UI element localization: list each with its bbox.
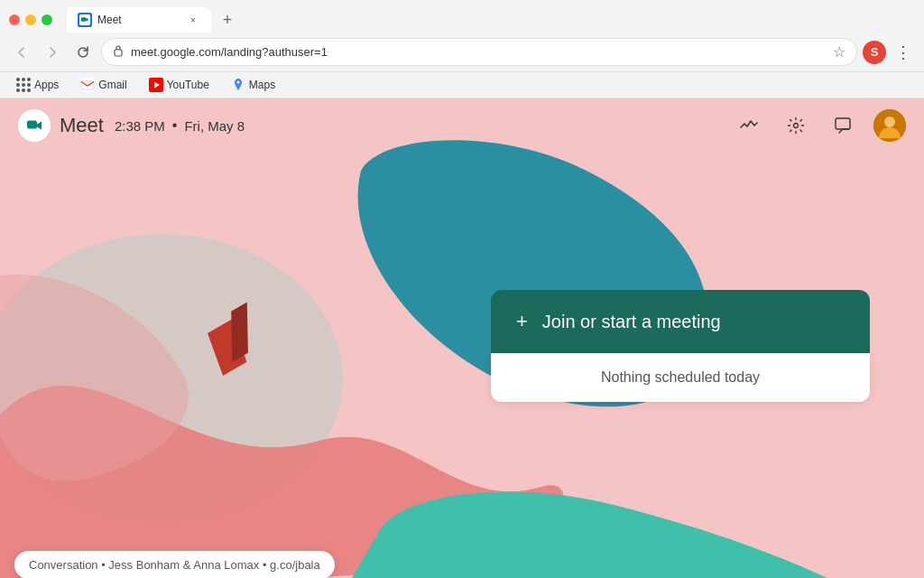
conversation-text: Conversation • Jess Bonham & Anna Lomax … <box>29 558 320 572</box>
svg-rect-12 <box>836 118 850 129</box>
apps-label: Apps <box>34 79 59 91</box>
active-tab[interactable]: Meet × <box>67 7 211 33</box>
meeting-card: + Join or start a meeting Nothing schedu… <box>491 290 870 402</box>
meet-header: Meet 2:38 PM • Fri, May 8 <box>0 98 924 153</box>
nothing-scheduled-panel: Nothing scheduled today <box>491 353 870 402</box>
url-text: meet.google.com/landing?authuser=1 <box>131 45 826 59</box>
gmail-bookmark[interactable]: Gmail <box>73 76 134 94</box>
back-button[interactable] <box>9 40 34 65</box>
meet-time: 2:38 PM <box>115 118 165 134</box>
meet-logo-svg <box>23 115 45 136</box>
reload-button[interactable] <box>70 40 96 65</box>
maps-bookmark[interactable]: Maps <box>224 76 282 94</box>
minimize-window-button[interactable] <box>25 14 36 25</box>
meet-separator: • <box>172 117 178 134</box>
bookmark-star-button[interactable]: ☆ <box>833 43 845 61</box>
meet-logo-icon <box>18 109 51 142</box>
svg-point-6 <box>236 81 239 84</box>
join-plus-icon: + <box>516 310 528 333</box>
feedback-button[interactable] <box>827 109 859 142</box>
meet-title: Meet <box>60 114 104 137</box>
settings-button[interactable] <box>780 109 812 142</box>
title-bar: Meet × + <box>0 0 924 33</box>
meet-date: Fri, May 8 <box>184 118 245 134</box>
svg-point-11 <box>794 124 799 128</box>
apps-grid-icon <box>16 78 31 92</box>
svg-rect-10 <box>231 303 248 362</box>
youtube-bookmark[interactable]: YouTube <box>142 76 217 94</box>
forward-button[interactable] <box>40 40 65 65</box>
maps-label: Maps <box>249 79 275 91</box>
svg-rect-2 <box>80 78 95 92</box>
nav-bar: meet.google.com/landing?authuser=1 ☆ S ⋮ <box>0 33 924 71</box>
join-meeting-label: Join or start a meeting <box>542 312 721 332</box>
conversation-bar: Conversation • Jess Bonham & Anna Lomax … <box>14 551 335 578</box>
meet-logo: Meet <box>18 109 104 142</box>
bookmarks-bar: Apps Gmail YouTube Maps <box>0 71 924 98</box>
svg-rect-1 <box>115 50 122 56</box>
address-bar[interactable]: meet.google.com/landing?authuser=1 ☆ <box>101 38 857 66</box>
lock-icon <box>113 44 124 60</box>
profile-button[interactable]: S <box>863 41 886 64</box>
maps-icon <box>231 78 245 92</box>
youtube-icon <box>149 78 163 92</box>
tab-close-button[interactable]: × <box>186 13 200 27</box>
tab-favicon <box>78 13 92 27</box>
nothing-scheduled-text: Nothing scheduled today <box>601 369 760 385</box>
user-avatar[interactable] <box>873 109 906 142</box>
svg-point-14 <box>884 117 895 127</box>
gmail-icon <box>80 78 95 92</box>
apps-bookmark[interactable]: Apps <box>9 76 66 94</box>
tab-title: Meet <box>97 14 180 26</box>
youtube-label: YouTube <box>167 79 209 91</box>
gmail-label: Gmail <box>98 79 126 91</box>
tab-bar: Meet × + <box>67 7 915 33</box>
join-meeting-button[interactable]: + Join or start a meeting <box>491 290 870 353</box>
activity-button[interactable] <box>733 109 765 142</box>
browser-chrome: Meet × + meet.google.com/landing?authuse… <box>0 0 924 98</box>
browser-menu-button[interactable]: ⋮ <box>892 42 915 62</box>
meet-header-actions <box>733 109 906 142</box>
close-window-button[interactable] <box>9 14 20 25</box>
traffic-lights <box>9 14 52 25</box>
meet-app: Meet 2:38 PM • Fri, May 8 <box>0 98 924 578</box>
maximize-window-button[interactable] <box>42 14 52 25</box>
new-tab-button[interactable]: + <box>215 7 240 33</box>
